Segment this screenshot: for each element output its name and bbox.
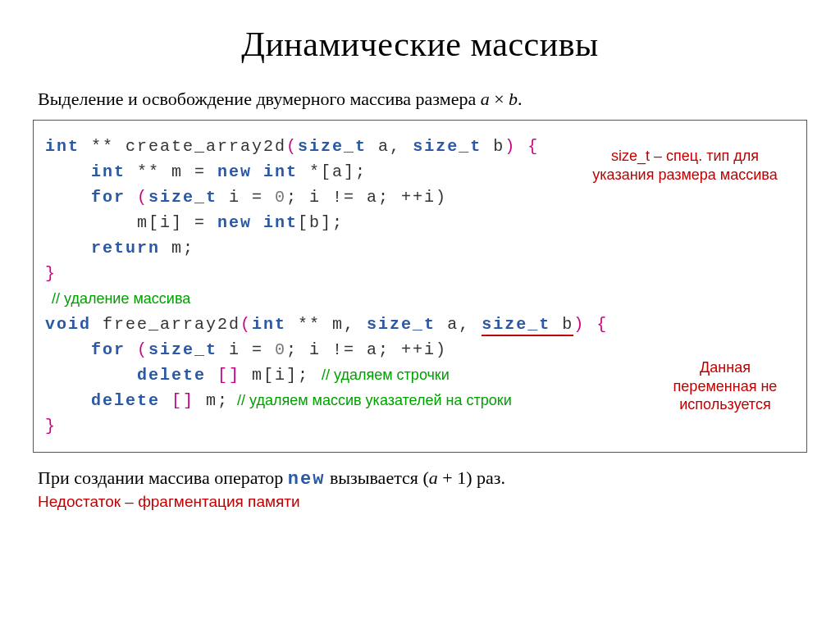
param-a: a,: [436, 315, 482, 334]
brackets: []: [160, 391, 194, 410]
expr-plus: + 1: [438, 467, 466, 488]
param-b: b: [482, 137, 504, 156]
brk: [b];: [298, 213, 344, 232]
code-line-6: }: [45, 261, 795, 286]
num-zero: 0: [275, 340, 286, 359]
annotation-var-unused-3: используется: [655, 395, 795, 414]
ivar: i =: [217, 188, 275, 207]
expr-close: ): [466, 467, 472, 488]
comment-delete-rows: // удаляем строчки: [309, 367, 450, 383]
paren-open: (: [126, 340, 148, 359]
subtitle-prefix: Выделение и освобождение двумерного масс…: [38, 89, 481, 109]
annotation-sizet: size_t – спец. тип для указания размера …: [578, 147, 792, 184]
indent: [45, 366, 137, 385]
kw-new: new: [217, 162, 252, 181]
kw-delete: delete: [91, 391, 160, 410]
kw-new: new: [217, 213, 252, 232]
rest: ; i != a; ++i): [286, 340, 447, 359]
annotation-var-unused-1: Данная: [655, 358, 795, 377]
comment-delete-ptr-array: // удаляем массив указателей на строки: [229, 392, 512, 408]
kw-int: int: [45, 137, 80, 156]
annotation-sizet-line1: size_t – спец. тип для: [578, 147, 792, 166]
kw-int: int: [252, 315, 286, 334]
brace-open: {: [516, 137, 539, 156]
subtitle-suffix: .: [518, 89, 523, 109]
page-title: Динамические массивы: [33, 25, 807, 64]
footer-prefix: При создании массива оператор: [38, 467, 288, 488]
stars: ** m,: [286, 315, 367, 334]
kw-void: void: [45, 315, 91, 334]
kw-for: for: [91, 340, 126, 359]
indent: [45, 391, 91, 410]
stars: **: [80, 137, 126, 156]
brace-close: }: [45, 264, 57, 283]
code-line-11: }: [45, 413, 795, 439]
brace-close: }: [45, 417, 57, 435]
slide: Динамические массивы Выделение и освобож…: [0, 0, 840, 527]
ivar: i =: [217, 340, 275, 359]
kw-sizet: size_t: [413, 137, 482, 156]
code-line-4: m[i] = new int[b];: [45, 210, 795, 235]
subtitle-times: ×: [490, 89, 509, 109]
code-line-7: void free_array2d(int ** m, size_t a, si…: [45, 312, 795, 337]
kw-sizet: size_t: [148, 188, 217, 207]
kw-return: return: [91, 239, 160, 258]
subtitle-b: b: [509, 89, 518, 109]
paren-open: (: [286, 137, 298, 156]
paren-open: (: [126, 188, 148, 207]
code-block: int ** create_array2d(size_t a, size_t b…: [33, 120, 807, 453]
indent: [45, 239, 91, 258]
comma: ,: [390, 137, 413, 156]
param-a: a: [367, 137, 390, 156]
footer-warning: Недостаток – фрагментация памяти: [38, 493, 807, 511]
code-line-5: return m;: [45, 235, 795, 261]
subtitle-a: a: [481, 89, 490, 109]
kw-int: int: [91, 162, 126, 181]
kw-delete: delete: [137, 366, 206, 385]
rest: ; i != a; ++i): [286, 188, 447, 207]
fn-name: create_array2d: [126, 137, 286, 156]
expr-a: a: [429, 467, 438, 488]
kw-int: int: [252, 213, 298, 232]
param-b-underlined: b: [550, 315, 573, 336]
indent: [45, 340, 91, 359]
indent-assign: m[i] =: [45, 213, 217, 232]
kw-new-inline: new: [288, 469, 326, 490]
stars: ** m =: [126, 162, 217, 181]
paren-close: ): [504, 137, 516, 156]
comment-delete-array: // удаление массива: [45, 286, 795, 312]
brace-open: {: [585, 315, 608, 334]
annotation-var-unused-2: переменная не: [655, 377, 795, 396]
annotation-var-unused: Данная переменная не используется: [655, 358, 795, 414]
indent: [45, 162, 91, 181]
indent: [45, 188, 91, 207]
footer-note: При создании массива оператор new вызыва…: [38, 467, 807, 490]
m: m;: [194, 391, 229, 410]
comment-green: // удаление массива: [52, 290, 190, 307]
kw-sizet-underlined: size_t: [482, 315, 550, 336]
fn-name: free_array2d: [103, 315, 240, 334]
paren-close: ): [573, 315, 585, 334]
expr-open: (: [422, 467, 428, 488]
paren-open: (: [240, 315, 252, 334]
brackets: []: [206, 366, 240, 385]
ret-m: m;: [160, 239, 194, 258]
mi: m[i];: [240, 366, 309, 385]
num-zero: 0: [275, 188, 286, 207]
footer-mid: вызывается: [325, 467, 422, 488]
kw-int: int: [252, 162, 298, 181]
suffix: *[a];: [298, 162, 367, 181]
kw-sizet: size_t: [298, 137, 367, 156]
subtitle: Выделение и освобождение двумерного масс…: [38, 89, 807, 110]
annotation-sizet-line2: указания размера массива: [578, 166, 792, 185]
code-line-3: for (size_t i = 0; i != a; ++i): [45, 185, 795, 210]
sp: [91, 315, 103, 334]
footer-suffix: раз.: [472, 467, 505, 488]
kw-for: for: [91, 188, 126, 207]
kw-sizet: size_t: [148, 340, 217, 359]
kw-sizet: size_t: [367, 315, 436, 334]
